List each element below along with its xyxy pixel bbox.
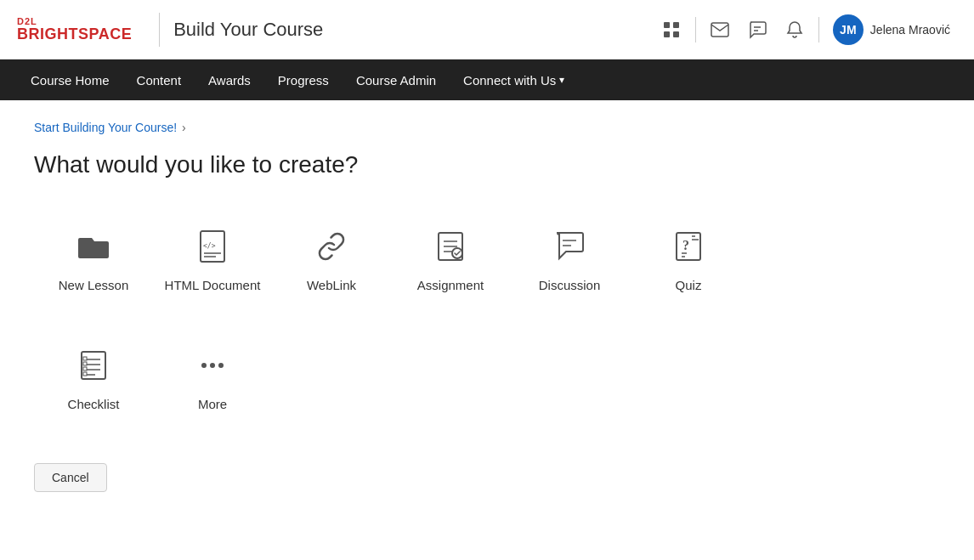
page-heading: What would you like to create? bbox=[34, 151, 940, 178]
bell-icon-button[interactable] bbox=[778, 13, 812, 47]
creation-item-discussion[interactable]: Discussion bbox=[510, 209, 629, 311]
chat-icon-button[interactable] bbox=[740, 13, 774, 47]
svg-rect-32 bbox=[83, 372, 87, 376]
chevron-down-icon: ▾ bbox=[559, 74, 564, 86]
nav-item-connect[interactable]: Connect with Us ▾ bbox=[450, 63, 578, 98]
logo-brightspace: BRIGHTSPACE bbox=[17, 26, 132, 42]
creation-item-checklist[interactable]: Checklist bbox=[34, 328, 153, 430]
nav-item-awards[interactable]: Awards bbox=[195, 63, 264, 98]
creation-item-html-document[interactable]: </> HTML Document bbox=[153, 209, 272, 311]
svg-rect-0 bbox=[664, 22, 670, 28]
weblink-label: WebLink bbox=[307, 277, 356, 294]
header: D2L BRIGHTSPACE Build Your Course bbox=[0, 0, 974, 59]
svg-text:</>: </> bbox=[203, 242, 216, 250]
chat-icon bbox=[748, 20, 767, 39]
bell-icon bbox=[786, 20, 803, 39]
svg-text:?: ? bbox=[682, 238, 689, 252]
folder-icon bbox=[73, 226, 114, 267]
page-title: Build Your Course bbox=[173, 19, 654, 41]
creation-item-more[interactable]: More bbox=[153, 328, 272, 430]
svg-point-34 bbox=[210, 363, 215, 368]
quiz-icon: ? bbox=[668, 226, 709, 267]
creation-item-new-lesson[interactable]: New Lesson bbox=[34, 209, 153, 311]
creation-item-assignment[interactable]: Assignment bbox=[391, 209, 510, 311]
svg-rect-4 bbox=[711, 23, 728, 37]
logo-area: D2L BRIGHTSPACE bbox=[17, 17, 145, 42]
checklist-label: Checklist bbox=[68, 396, 120, 413]
header-icons: JM Jelena Mraović bbox=[654, 11, 957, 48]
cancel-button[interactable]: Cancel bbox=[34, 463, 107, 492]
svg-rect-3 bbox=[673, 31, 679, 37]
svg-point-33 bbox=[201, 363, 207, 368]
assignment-label: Assignment bbox=[417, 277, 484, 294]
separator1 bbox=[695, 17, 696, 42]
creation-row-2: Checklist More bbox=[34, 328, 940, 430]
svg-rect-2 bbox=[664, 31, 670, 37]
nav-item-course-admin[interactable]: Course Admin bbox=[343, 63, 450, 98]
discussion-label: Discussion bbox=[539, 277, 601, 294]
discussion-icon bbox=[549, 226, 590, 267]
assignment-icon bbox=[430, 226, 471, 267]
nav-item-content[interactable]: Content bbox=[123, 63, 195, 98]
user-name: Jelena Mraović bbox=[870, 23, 950, 37]
logo-box: D2L BRIGHTSPACE bbox=[17, 17, 132, 42]
more-label: More bbox=[198, 396, 227, 413]
nav-bar: Course Home Content Awards Progress Cour… bbox=[0, 59, 974, 100]
new-lesson-label: New Lesson bbox=[59, 277, 129, 294]
svg-rect-30 bbox=[83, 362, 87, 365]
header-divider bbox=[159, 13, 160, 47]
mail-icon bbox=[711, 22, 729, 37]
mail-icon-button[interactable] bbox=[703, 13, 737, 47]
svg-rect-29 bbox=[83, 357, 87, 360]
html-doc-icon: </> bbox=[192, 226, 233, 267]
creation-row-1: New Lesson </> HTML Document bbox=[34, 209, 940, 311]
avatar: JM bbox=[833, 14, 864, 45]
svg-point-35 bbox=[218, 363, 224, 368]
breadcrumb-arrow: › bbox=[182, 121, 186, 134]
user-avatar-button[interactable]: JM Jelena Mraović bbox=[826, 11, 957, 48]
html-document-label: HTML Document bbox=[165, 277, 261, 294]
breadcrumb: Start Building Your Course! › bbox=[34, 121, 940, 134]
separator2 bbox=[818, 17, 819, 42]
breadcrumb-link[interactable]: Start Building Your Course! bbox=[34, 121, 177, 134]
grid-icon bbox=[662, 20, 681, 39]
checklist-icon bbox=[73, 345, 114, 386]
svg-rect-31 bbox=[83, 367, 87, 371]
nav-item-course-home[interactable]: Course Home bbox=[17, 63, 123, 98]
creation-item-quiz[interactable]: ? Quiz bbox=[629, 209, 748, 311]
link-icon bbox=[311, 226, 352, 267]
more-icon bbox=[192, 345, 233, 386]
nav-item-progress[interactable]: Progress bbox=[264, 63, 343, 98]
creation-item-weblink[interactable]: WebLink bbox=[272, 209, 391, 311]
grid-icon-button[interactable] bbox=[654, 13, 688, 47]
svg-rect-1 bbox=[673, 22, 679, 28]
quiz-label: Quiz bbox=[676, 277, 702, 294]
main-content: Start Building Your Course! › What would… bbox=[0, 100, 974, 512]
